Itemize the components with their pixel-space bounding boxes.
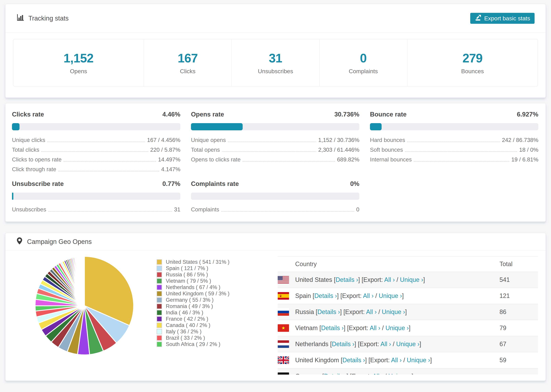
rate-detail-value: 31 xyxy=(174,207,180,212)
export-unique-link[interactable]: Unique › xyxy=(388,373,411,375)
dotted-leader xyxy=(221,211,354,211)
rate-value: 6.927% xyxy=(517,111,538,118)
legend-label: Netherlands ( 67 / 4% ) xyxy=(166,284,220,290)
column-header-total: Total xyxy=(500,260,538,268)
legend-label: France ( 42 / 2% ) xyxy=(166,316,208,322)
legend-item: Germany ( 55 / 3% ) xyxy=(156,297,276,303)
legend-label: Spain ( 121 / 7% ) xyxy=(166,265,208,271)
country-total: 59 xyxy=(500,357,538,364)
rate-block: Complaints rate 0% Complaints 0 xyxy=(191,180,359,214)
geo-table-row: United Kingdom [Details ›] [Export: All … xyxy=(278,352,538,368)
dotted-leader xyxy=(243,161,335,162)
dotted-leader xyxy=(47,142,145,142)
legend-label: Canada ( 40 / 2% ) xyxy=(166,322,210,328)
rate-detail-list: Unique opens 1,152 / 30.736% Total opens… xyxy=(191,134,359,164)
rate-detail-label: Clicks to opens rate xyxy=(12,157,62,162)
rate-block: Unsubscribe rate 0.77% Unsubscribes 31 xyxy=(12,180,180,214)
legend-color-swatch xyxy=(156,259,162,265)
rate-title: Clicks rate xyxy=(12,111,44,118)
export-unique-link[interactable]: Unique › xyxy=(407,357,430,364)
rate-detail-row: Unique clicks 167 / 4.456% xyxy=(12,134,180,144)
rate-detail-label: Hard bounces xyxy=(370,137,405,143)
export-unique-link[interactable]: Unique › xyxy=(400,276,423,283)
stat-label: Bounces xyxy=(461,68,484,75)
legend-label: Romania ( 49 / 3% ) xyxy=(166,303,213,309)
tracking-stats-title: Tracking stats xyxy=(16,14,69,23)
details-link[interactable]: Details › xyxy=(342,357,365,364)
stat-cell: 31 Unsubscribes xyxy=(231,39,319,86)
rate-detail-label: Internal bounces xyxy=(370,157,412,162)
tracking-stats-title-text: Tracking stats xyxy=(28,15,69,22)
export-basic-stats-button[interactable]: Export basic stats xyxy=(470,13,535,24)
stat-value: 167 xyxy=(178,51,198,65)
rate-title: Unsubscribe rate xyxy=(12,180,64,188)
rate-detail-row: Clicks to opens rate 14.497% xyxy=(12,154,180,164)
legend-color-swatch xyxy=(156,329,162,334)
details-link[interactable]: Details › xyxy=(321,324,344,331)
rate-detail-value: 19 / 6.81% xyxy=(511,157,538,162)
rate-detail-value: 1,152 / 30.736% xyxy=(318,137,359,143)
rate-detail-row: Click through rate 4.147% xyxy=(12,164,180,173)
export-basic-stats-label: Export basic stats xyxy=(484,15,530,22)
country-name: Netherlands xyxy=(295,341,328,348)
rate-detail-row: Unsubscribes 31 xyxy=(12,204,180,214)
details-link[interactable]: Details › xyxy=(318,308,340,315)
stat-cell: 0 Complaints xyxy=(319,39,407,86)
dotted-leader xyxy=(64,161,156,162)
rate-header: Opens rate 30.736% xyxy=(191,111,359,118)
legend-color-swatch xyxy=(156,304,162,309)
legend-label: Brazil ( 33 / 2% ) xyxy=(166,335,205,341)
vn-flag-icon xyxy=(278,324,289,332)
export-unique-link[interactable]: Unique › xyxy=(382,308,405,315)
rate-detail-label: Opens to clicks rate xyxy=(191,157,240,162)
export-all-link[interactable]: All › xyxy=(366,308,377,315)
export-unique-link[interactable]: Unique › xyxy=(386,324,409,331)
details-link[interactable]: Details › xyxy=(332,341,354,348)
country-links: [Details ›] [Export: All › / Unique ›] xyxy=(319,324,410,331)
rate-detail-label: Unique clicks xyxy=(12,137,45,143)
dotted-leader xyxy=(48,211,172,211)
export-all-link[interactable]: All › xyxy=(380,341,391,348)
rate-header: Unsubscribe rate 0.77% xyxy=(12,180,180,188)
rate-block: Bounce rate 6.927% Hard bounces 242 / 86… xyxy=(370,111,538,164)
rate-title: Complaints rate xyxy=(191,180,239,188)
legend-label: Italy ( 36 / 2% ) xyxy=(166,329,201,335)
export-icon xyxy=(475,14,481,22)
progress-bar-fill xyxy=(12,193,13,200)
legend-color-swatch xyxy=(156,310,162,315)
stat-value: 279 xyxy=(463,51,483,65)
export-all-link[interactable]: All › xyxy=(370,324,380,331)
map-pin-icon xyxy=(16,237,23,246)
geo-table-row: Germany [Details ›] [Export: All › / Uni… xyxy=(278,368,538,375)
legend-color-swatch xyxy=(156,297,162,303)
legend-color-swatch xyxy=(156,342,162,347)
details-link[interactable]: Details › xyxy=(324,373,346,375)
export-unique-link[interactable]: Unique › xyxy=(396,341,419,348)
rate-detail-row: Total clicks 220 / 5.87% xyxy=(12,144,180,154)
export-unique-link[interactable]: Unique › xyxy=(379,292,402,299)
export-all-link[interactable]: All › xyxy=(373,373,383,375)
export-all-link[interactable]: All › xyxy=(384,276,395,283)
rate-detail-value: 689.82% xyxy=(337,157,359,162)
legend-item: Brazil ( 33 / 2% ) xyxy=(156,335,276,341)
country-name: United States xyxy=(295,276,332,283)
rate-detail-list: Hard bounces 242 / 86.738% Soft bounces … xyxy=(370,134,538,164)
es-flag-icon xyxy=(278,292,289,300)
geo-card-title-text: Campaign Geo Opens xyxy=(27,238,92,245)
progress-bar-track xyxy=(191,193,359,200)
rate-title: Opens rate xyxy=(191,111,224,118)
pie-slice xyxy=(84,256,84,306)
export-all-link[interactable]: All › xyxy=(363,292,374,299)
rate-block: Clicks rate 4.46% Unique clicks 167 / 4.… xyxy=(12,111,180,173)
rate-value: 0% xyxy=(350,180,359,188)
legend-item: Spain ( 121 / 7% ) xyxy=(156,265,276,271)
stats-summary-box: 1,152 Opens 167 Clicks 31 Unsubscribes 0… xyxy=(13,39,538,87)
rate-detail-row: Total opens 2,303 / 61.446% xyxy=(191,144,359,154)
details-link[interactable]: Details › xyxy=(314,292,337,299)
bar-chart-icon xyxy=(16,14,24,23)
details-link[interactable]: Details › xyxy=(336,276,358,283)
country-links: [Details ›] [Export: All › / Unique ›] xyxy=(334,276,425,283)
legend-item: South Africa ( 29 / 2% ) xyxy=(156,341,276,347)
stat-cell: 167 Clicks xyxy=(144,39,231,86)
export-all-link[interactable]: All › xyxy=(391,357,402,364)
